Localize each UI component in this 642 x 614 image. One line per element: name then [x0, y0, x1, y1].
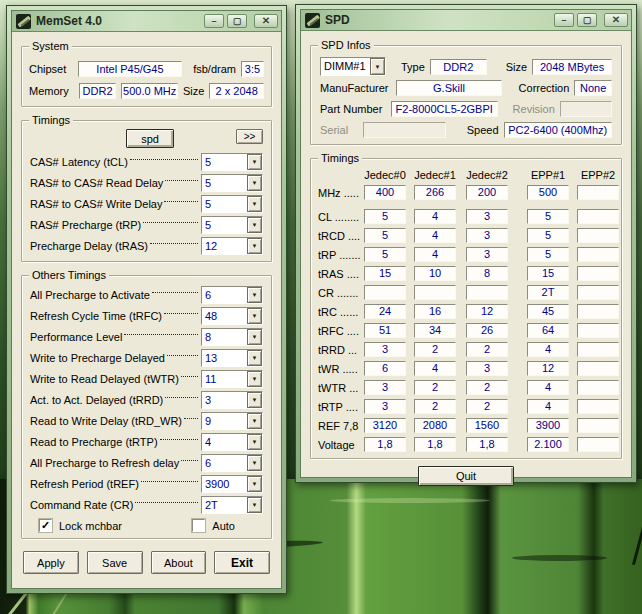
timing-select[interactable]: 3▼: [201, 391, 263, 409]
auto-checkbox[interactable]: [192, 519, 205, 532]
timing-label: Performance Level: [30, 331, 122, 343]
spd-button[interactable]: spd: [126, 129, 174, 148]
timing-select[interactable]: 6▼: [201, 454, 263, 472]
dropdown-arrow-icon[interactable]: ▼: [247, 329, 262, 345]
spd-cell: 8: [466, 266, 508, 281]
about-button[interactable]: About: [151, 551, 207, 574]
spd-cell: 10: [414, 266, 456, 281]
dropdown-arrow-icon[interactable]: ▼: [247, 455, 262, 471]
dropdown-arrow-icon[interactable]: ▼: [247, 238, 262, 254]
timing-value: 2T: [202, 497, 247, 513]
minimize-button[interactable]: –: [204, 14, 224, 28]
spd-row-label: tRAS ....: [318, 268, 363, 280]
spd-cell: 2: [466, 342, 508, 357]
manufacturer-label: ManuFacturer: [320, 82, 391, 94]
dropdown-arrow-icon[interactable]: ▼: [247, 350, 262, 366]
spd-cell: 500: [527, 185, 569, 200]
timing-select[interactable]: 2T▼: [201, 496, 263, 514]
timing-row: Command Rate (CR)2T▼: [30, 494, 263, 515]
dropdown-arrow-icon[interactable]: ▼: [247, 154, 262, 170]
timing-select[interactable]: 12▼: [201, 237, 263, 255]
dropdown-arrow-icon[interactable]: ▼: [247, 497, 262, 513]
timing-select[interactable]: 48▼: [201, 307, 263, 325]
spd-cell: 16: [414, 304, 456, 319]
ram-stick-icon: [16, 14, 31, 29]
spd-cell: [577, 342, 619, 357]
timing-label: Read to Precharge (tRTP): [30, 436, 158, 448]
timing-select[interactable]: 13▼: [201, 349, 263, 367]
timing-select[interactable]: 11▼: [201, 370, 263, 388]
close-button[interactable]: ✕: [254, 14, 278, 28]
timing-select[interactable]: 5▼: [201, 174, 263, 192]
spd-table-row: tRTP ....3224: [318, 397, 614, 416]
spd-table-row: tWR .....64312: [318, 359, 614, 378]
timing-label: CAS# Latency (tCL): [30, 156, 128, 168]
spd-cell: 64: [527, 323, 569, 338]
timing-value: 5: [202, 175, 247, 191]
timing-row: Write to Read Delayed (tWTR)11▼: [30, 368, 263, 389]
spd-cell: 1,8: [364, 437, 406, 452]
timing-label: RAS# Precharge (tRP): [30, 219, 141, 231]
close-button[interactable]: ✕: [604, 13, 628, 27]
dotted-leader: [141, 481, 198, 482]
dropdown-arrow-icon[interactable]: ▼: [247, 392, 262, 408]
timing-label: Write to Read Delayed (tWTR): [30, 373, 179, 385]
dimm-select-value: DIMM#1: [321, 58, 370, 75]
spd-cell: 5: [364, 209, 406, 224]
dropdown-arrow-icon[interactable]: ▼: [247, 308, 262, 324]
spd-cell: 3: [364, 399, 406, 414]
dotted-leader: [164, 201, 198, 202]
dropdown-arrow-icon[interactable]: ▼: [370, 58, 385, 75]
timing-select[interactable]: 8▼: [201, 328, 263, 346]
window-title: MemSet 4.0: [36, 14, 201, 28]
memset-titlebar[interactable]: MemSet 4.0 – ▢ ✕: [12, 11, 281, 32]
timing-select[interactable]: 5▼: [201, 195, 263, 213]
dropdown-arrow-icon[interactable]: ▼: [247, 196, 262, 212]
timing-row: All Precharge to Activate6▼: [30, 284, 263, 305]
memory-type-field: DDR2: [79, 83, 117, 99]
dimm-select[interactable]: DIMM#1 ▼: [320, 57, 386, 76]
exit-button[interactable]: Exit: [214, 551, 270, 574]
others-timings-rows: All Precharge to Activate6▼Refresh Cycle…: [30, 284, 263, 515]
quit-button[interactable]: Quit: [418, 466, 514, 486]
spd-cell: [577, 209, 619, 224]
spd-row-label: tWTR ...: [318, 382, 363, 394]
spd-table-row: tRCD ....5435: [318, 226, 614, 245]
dropdown-arrow-icon[interactable]: ▼: [247, 371, 262, 387]
dropdown-arrow-icon[interactable]: ▼: [247, 476, 262, 492]
spd-table-row: tRFC ....51342664: [318, 321, 614, 340]
save-button[interactable]: Save: [87, 551, 143, 574]
timing-select[interactable]: 5▼: [201, 216, 263, 234]
timing-select[interactable]: 3900▼: [201, 475, 263, 493]
spd-cell: 4: [527, 380, 569, 395]
maximize-button[interactable]: ▢: [577, 13, 597, 27]
lock-mchbar-checkbox[interactable]: ✓: [39, 519, 52, 532]
apply-button[interactable]: Apply: [23, 551, 79, 574]
maximize-button[interactable]: ▢: [227, 14, 247, 28]
spd-cell: 3: [364, 342, 406, 357]
spd-cell: 12: [466, 304, 508, 319]
timing-select[interactable]: 6▼: [201, 286, 263, 304]
spd-table-row: tRRD ...3224: [318, 340, 614, 359]
dropdown-arrow-icon[interactable]: ▼: [247, 287, 262, 303]
spd-titlebar[interactable]: SPD – ▢ ✕: [301, 10, 631, 31]
spd-table-row: Voltage1,81,81,82.100: [318, 435, 614, 454]
timing-row: Act. to Act. Delayed (tRRD)3▼: [30, 389, 263, 410]
minimize-button[interactable]: –: [554, 13, 574, 27]
spd-row-label: tRTP ....: [318, 401, 363, 413]
memory-frequency-field: 500.0 MHz: [121, 83, 177, 99]
dropdown-arrow-icon[interactable]: ▼: [247, 175, 262, 191]
dropdown-arrow-icon[interactable]: ▼: [247, 217, 262, 233]
timing-row: All Precharge to Refresh delay6▼: [30, 452, 263, 473]
dropdown-arrow-icon[interactable]: ▼: [247, 413, 262, 429]
spd-cell: 15: [527, 266, 569, 281]
timing-select[interactable]: 4▼: [201, 433, 263, 451]
timing-select[interactable]: 5▼: [201, 153, 263, 171]
timing-value: 6: [202, 455, 247, 471]
manufacturer-value-field: G.Skill: [396, 80, 501, 96]
spd-cell: 2: [466, 399, 508, 414]
spd-row-label: CL ........: [318, 211, 363, 223]
expand-button[interactable]: >>: [236, 129, 263, 144]
timing-select[interactable]: 9▼: [201, 412, 263, 430]
dropdown-arrow-icon[interactable]: ▼: [247, 434, 262, 450]
